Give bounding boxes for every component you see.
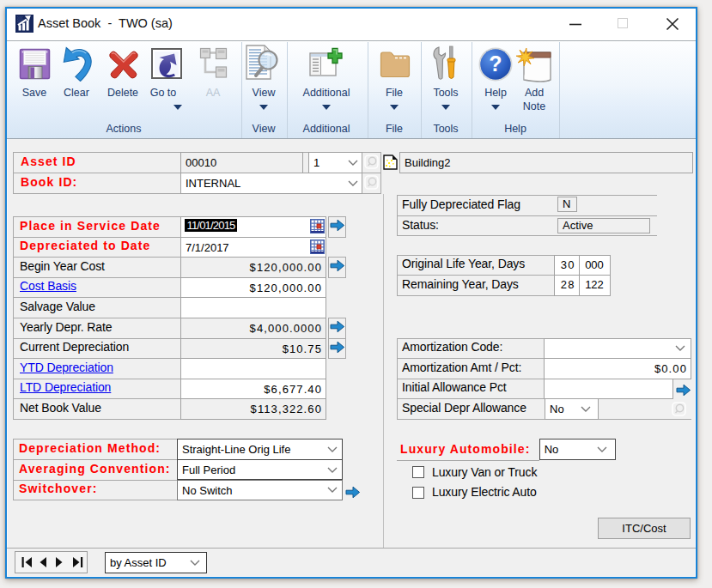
svg-text:?: ? [489, 52, 502, 76]
